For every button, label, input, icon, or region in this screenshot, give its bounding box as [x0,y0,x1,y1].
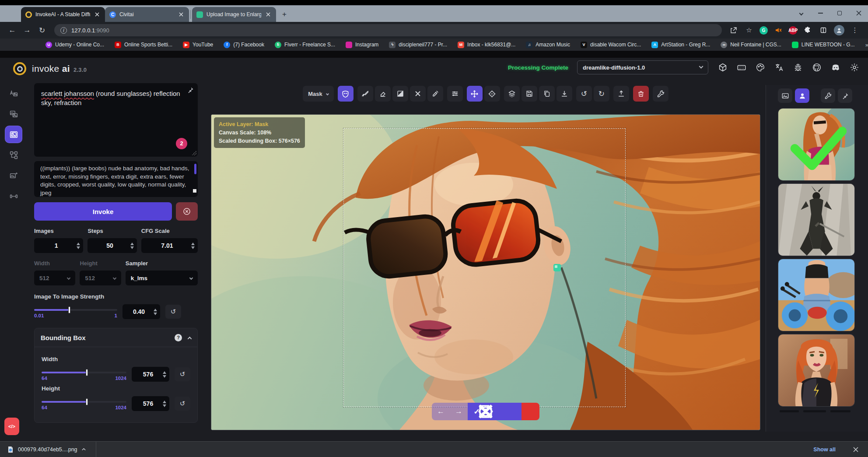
report-bug-icon[interactable] [792,62,804,73]
github-icon[interactable] [811,62,822,73]
brush-options-button[interactable] [447,86,463,102]
stepper[interactable] [191,243,195,249]
restore-icon[interactable] [836,10,843,16]
gallery-thumbnail-selected[interactable] [778,108,855,181]
close-tab-icon[interactable] [94,11,101,18]
extensions-puzzle-icon[interactable] [802,25,813,35]
prompt-input[interactable]: scarlett johansson (round sunglasses) re… [34,83,198,157]
tab-upload-image[interactable]: Upload Image to Enlarge & Enha [192,7,276,22]
bb-height-input[interactable]: 576 [132,396,169,411]
discard-image-button[interactable] [522,403,539,420]
close-tab-icon[interactable] [265,11,272,18]
canvas-image[interactable]: Active Layer: Mask Canvas Scale: 108% Sc… [211,114,760,430]
mask-toggle-button[interactable] [338,86,354,102]
negative-prompt-input[interactable]: ((implants)) (large boobs) nude bad anat… [34,161,198,197]
bb-height-reset-button[interactable]: ↺ [175,397,190,411]
hotkeys-keyboard-icon[interactable] [736,62,747,73]
bb-width-reset-button[interactable]: ↺ [175,367,190,381]
site-info-icon[interactable]: i [60,27,67,34]
steps-input[interactable]: 50 [88,238,136,253]
bookmark-wacom[interactable]: Vdisable Wacom Circ... [581,42,641,48]
tab-text-to-image[interactable] [5,85,22,102]
clear-canvas-button[interactable] [633,86,649,102]
resize-grip[interactable] [192,151,196,155]
profile-avatar[interactable] [834,25,844,35]
console-toggle-button[interactable]: </> [4,418,19,435]
pin-icon[interactable] [187,87,194,93]
reset-view-button[interactable] [484,86,500,102]
height-select[interactable]: 512 [80,271,121,285]
scrollbar-thumb[interactable] [194,164,196,174]
bb-width-slider[interactable]: 64 1024 [42,369,126,380]
show-all-link[interactable]: Show all [813,446,853,453]
redo-button[interactable]: ↻ [594,86,609,102]
cfg-scale-input[interactable]: 7.01 [141,238,198,253]
reload-button[interactable]: ↻ [36,24,48,36]
help-icon[interactable]: ? [175,334,182,341]
bookmark-sportsbetting[interactable]: BOnline Sports Betti... [115,42,172,48]
tab-search-icon[interactable] [798,10,804,16]
bookmarks-overflow-icon[interactable]: » [865,42,868,48]
tab-civitai[interactable]: C Civitai [105,7,189,22]
gallery-thumbnail[interactable] [778,183,855,256]
new-tab-button[interactable]: + [279,9,290,20]
strength-reset-button[interactable]: ↺ [165,305,181,319]
save-to-gallery-button[interactable] [522,86,537,102]
share-icon[interactable] [728,25,738,35]
grammarly-extension-icon[interactable]: G [760,26,768,35]
merge-visible-button[interactable] [504,86,520,102]
collapse-chevron-icon[interactable] [188,334,191,341]
reading-list-icon[interactable] [818,25,829,35]
tab-invokeai[interactable]: InvokeAI - A Stable Diffusion Too [21,7,105,22]
bookmark-star-icon[interactable]: ☆ [744,25,754,35]
stepper[interactable] [163,401,166,407]
bounding-box-overlay[interactable] [343,128,626,407]
bookmark-instagram[interactable]: Instagram [346,42,378,48]
cancel-button[interactable] [176,202,198,221]
gallery-images-button[interactable] [778,88,792,103]
resize-grip[interactable] [193,189,196,193]
gallery-settings-wrench-button[interactable] [821,88,835,103]
discord-icon[interactable] [830,62,841,73]
bb-width-input[interactable]: 576 [132,367,169,382]
model-select[interactable]: dreamlike-diffusion-1.0 [577,60,708,74]
minimize-icon[interactable] [817,10,823,16]
download-image-button[interactable] [556,86,572,102]
bookmark-amazon-music[interactable]: ♫Amazon Music [526,42,570,48]
invoke-button[interactable]: Invoke [34,202,172,221]
bookmark-udemy[interactable]: UUdemy - Online Co... [46,42,104,48]
close-shelf-icon[interactable] [853,447,868,452]
bookmark-youtube[interactable]: ▶YouTube [183,42,213,48]
settings-gear-icon[interactable] [849,62,860,73]
layer-select[interactable]: Mask [303,86,334,102]
stepper[interactable] [77,243,80,249]
brush-tool-button[interactable] [357,86,373,102]
erase-bounding-box-button[interactable] [410,86,426,102]
close-window-icon[interactable] [856,10,862,16]
upload-button[interactable] [613,86,629,102]
undo-button[interactable]: ↺ [576,86,592,102]
canvas-settings-button[interactable] [653,86,668,102]
tab-nodes[interactable] [5,147,22,163]
strength-slider[interactable]: 0.01 1 [34,306,117,317]
move-tool-button[interactable] [467,86,483,102]
tab-postprocessing[interactable] [5,167,22,184]
browser-menu-icon[interactable]: ⋮ [850,25,860,35]
language-translate-icon[interactable] [774,62,785,73]
bookmark-gmail-inbox[interactable]: MInbox - klk56831@... [458,42,515,48]
back-button[interactable]: ← [6,24,18,36]
eraser-tool-button[interactable] [375,86,391,102]
stepper[interactable] [130,243,134,249]
volume-muted-extension-icon[interactable] [773,25,784,35]
address-bar[interactable]: i 127.0.0.1:9090 [54,24,722,36]
bookmark-webtoon[interactable]: LINE WEBTOON - G... [792,42,855,48]
width-select[interactable]: 512 [34,271,75,285]
model-manager-cube-icon[interactable] [717,62,728,73]
gallery-pin-button[interactable] [838,88,852,103]
stepper[interactable] [163,371,166,378]
stepper[interactable] [154,309,157,315]
bookmark-fiverr[interactable]: fiFiverr - Freelance S... [275,42,335,48]
adblock-plus-extension-icon[interactable]: ABP [789,26,797,35]
tab-unified-canvas[interactable] [5,126,22,143]
forward-button[interactable]: → [21,24,33,36]
